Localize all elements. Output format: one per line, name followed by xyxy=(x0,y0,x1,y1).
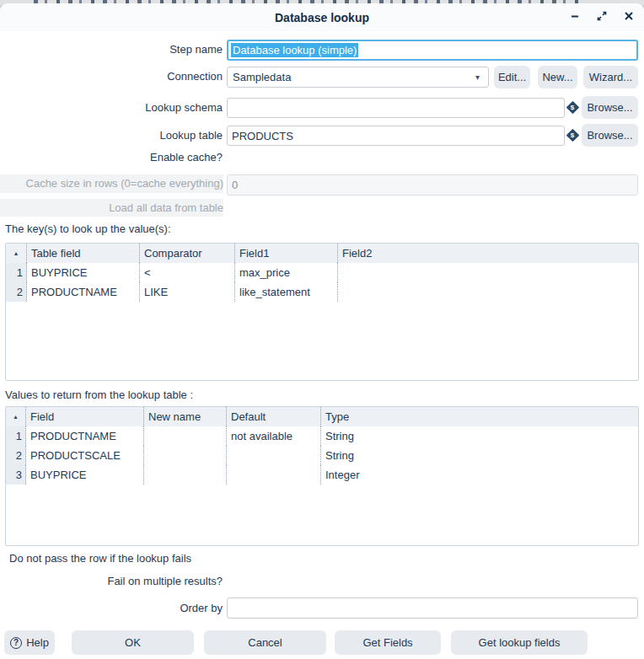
help-button[interactable]: ? Help xyxy=(4,630,55,655)
column-header[interactable]: Field xyxy=(26,407,144,426)
get-fields-button[interactable]: Get Fields xyxy=(335,630,441,655)
table-cell[interactable] xyxy=(227,446,321,465)
column-header[interactable]: Table field xyxy=(27,244,140,263)
sort-ascending-icon[interactable]: ▲ xyxy=(6,244,27,263)
table-row: 2PRODUCTNAMELIKElike_statement xyxy=(6,282,638,302)
table-row: 1PRODUCTNAMEnot availableString xyxy=(6,426,638,446)
table-cell[interactable]: PRODUCTNAME xyxy=(27,282,140,302)
step-name-input[interactable]: Database lookup (simple) xyxy=(227,40,638,61)
column-header[interactable]: Field1 xyxy=(235,244,338,263)
close-icon xyxy=(624,11,634,21)
row-number[interactable]: 2 xyxy=(6,282,27,302)
help-icon: ? xyxy=(10,637,22,649)
dialog-title: Database lookup xyxy=(0,11,644,24)
get-lookup-fields-button[interactable]: Get lookup fields xyxy=(451,630,588,655)
values-table[interactable]: ▲FieldNew nameDefaultType1PRODUCTNAMEnot… xyxy=(5,406,639,546)
minimize-icon xyxy=(569,10,581,22)
order-by-input[interactable] xyxy=(227,597,638,619)
variable-icon: $ xyxy=(566,101,579,114)
row-number[interactable]: 3 xyxy=(6,465,26,485)
connection-label: Connection xyxy=(0,70,223,83)
keys-table-caption: The key(s) to look up the value(s): xyxy=(5,222,171,236)
wizard-connection-button[interactable]: Wizard... xyxy=(583,66,638,88)
browse-table-button[interactable]: Browse... xyxy=(582,124,638,147)
maximize-icon xyxy=(596,10,608,22)
table-cell[interactable]: BUYPRICE xyxy=(27,263,140,282)
maximize-button[interactable] xyxy=(594,8,609,24)
table-cell[interactable] xyxy=(144,426,227,446)
sort-ascending-icon[interactable]: ▲ xyxy=(6,407,26,426)
minimize-button[interactable] xyxy=(567,8,582,24)
new-connection-button[interactable]: New... xyxy=(538,66,577,88)
table-cell[interactable]: like_statement xyxy=(235,282,338,302)
variable-icon: $ xyxy=(566,129,579,142)
table-cell[interactable]: not available xyxy=(227,426,321,446)
lookup-table-label: Lookup table xyxy=(0,129,223,142)
help-button-label: Help xyxy=(26,636,49,649)
table-cell[interactable]: PRODUCTSCALE xyxy=(26,446,144,465)
table-cell[interactable] xyxy=(338,263,638,282)
column-header[interactable]: New name xyxy=(144,407,227,426)
close-button[interactable] xyxy=(621,8,636,24)
table-cell[interactable]: < xyxy=(140,263,235,282)
edit-connection-button[interactable]: Edit... xyxy=(494,66,530,88)
connection-selected-value: Sampledata xyxy=(233,71,291,83)
column-header[interactable]: Type xyxy=(321,407,638,426)
load-all-data-label: Load all data from table xyxy=(0,199,223,217)
table-row: 3BUYPRICEInteger xyxy=(6,465,638,485)
lookup-table-input[interactable] xyxy=(227,126,565,146)
fail-on-multiple-label[interactable]: Fail on multiple results? xyxy=(0,575,223,588)
table-row: 2PRODUCTSCALEString xyxy=(6,446,638,465)
chevron-down-icon: ▾ xyxy=(475,72,480,82)
table-cell[interactable]: max_price xyxy=(235,263,338,282)
row-number[interactable]: 1 xyxy=(6,426,26,446)
cache-size-label: Cache size in rows (0=cache everything) xyxy=(0,174,223,193)
order-by-label: Order by xyxy=(0,602,223,615)
step-name-label: Step name xyxy=(0,43,223,56)
table-header-row: ▲FieldNew nameDefaultType xyxy=(6,407,638,426)
table-cell[interactable]: String xyxy=(321,426,638,446)
lookup-schema-label: Lookup schema xyxy=(0,101,223,115)
column-header[interactable]: Default xyxy=(227,407,321,426)
lookup-schema-input[interactable] xyxy=(227,98,565,118)
values-table-caption: Values to return from the lookup table : xyxy=(5,388,193,402)
connection-select[interactable]: Sampledata ▾ xyxy=(227,67,489,88)
table-cell[interactable]: Integer xyxy=(321,465,638,485)
table-cell[interactable]: String xyxy=(321,446,638,465)
column-header[interactable]: Comparator xyxy=(140,244,235,263)
row-number[interactable]: 1 xyxy=(6,263,27,282)
cancel-button[interactable]: Cancel xyxy=(204,630,326,655)
table-cell[interactable] xyxy=(144,446,227,465)
table-cell[interactable] xyxy=(338,282,638,302)
enable-cache-label[interactable]: Enable cache? xyxy=(0,151,223,164)
table-cell[interactable]: BUYPRICE xyxy=(26,465,144,485)
step-name-selected-text: Database lookup (simple) xyxy=(231,43,358,57)
table-cell[interactable]: PRODUCTNAME xyxy=(26,426,144,446)
browse-schema-button[interactable]: Browse... xyxy=(582,96,638,119)
table-row: 1BUYPRICE<max_price xyxy=(6,263,638,282)
table-cell[interactable] xyxy=(227,465,321,485)
do-not-pass-label[interactable]: Do not pass the row if the lookup fails xyxy=(9,552,191,565)
keys-table[interactable]: ▲Table fieldComparatorField1Field21BUYPR… xyxy=(5,243,639,381)
table-header-row: ▲Table fieldComparatorField1Field2 xyxy=(6,244,638,263)
ok-button[interactable]: OK xyxy=(72,630,194,655)
table-cell[interactable] xyxy=(144,465,227,485)
table-cell[interactable]: LIKE xyxy=(140,282,235,302)
cache-size-input xyxy=(227,174,638,196)
row-number[interactable]: 2 xyxy=(6,446,26,465)
column-header[interactable]: Field2 xyxy=(338,244,638,263)
